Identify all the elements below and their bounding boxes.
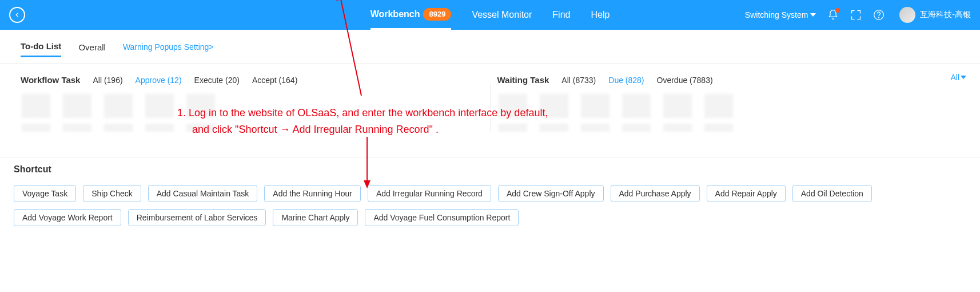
all-filter-label: All [950, 73, 959, 82]
fullscreen-button[interactable] [850, 9, 862, 21]
notification-dot-icon [835, 8, 840, 13]
shortcut-add-oil-detection[interactable]: Add Oil Detection [792, 185, 872, 202]
nav-workbench[interactable]: Workbench 8929 [371, 0, 452, 30]
all-filter-dropdown[interactable]: All [950, 73, 966, 82]
notification-button[interactable] [827, 9, 839, 21]
tab-warning-popups-setting[interactable]: Warning Popups Setting> [123, 42, 214, 56]
user-name-label: 互海科技-高银 [920, 10, 971, 20]
tab-overall[interactable]: Overall [78, 42, 106, 57]
task-area: All Workflow Task All (196) Approve (12)… [0, 75, 980, 151]
content-area: To-do List Overall Warning Popups Settin… [0, 30, 980, 240]
workflow-tiles [21, 94, 483, 140]
waiting-task-panel: Waiting Task All (8733) Due (828) Overdu… [491, 75, 967, 140]
nav-workbench-badge: 8929 [423, 8, 451, 21]
switching-system-dropdown[interactable]: Switching System [745, 10, 816, 19]
waiting-task-header: Waiting Task All (8733) Due (828) Overdu… [497, 75, 960, 85]
shortcut-add-repair-apply[interactable]: Add Repair Apply [707, 185, 786, 202]
shortcut-add-crew-sign-off-apply[interactable]: Add Crew Sign-Off Apply [498, 185, 604, 202]
tab-todo-list[interactable]: To-do List [21, 41, 61, 57]
nav-vessel-monitor[interactable]: Vessel Monitor [472, 0, 532, 30]
waiting-task-title: Waiting Task [497, 75, 549, 85]
question-circle-icon [873, 9, 885, 21]
shortcut-title: Shortcut [14, 164, 966, 175]
svg-point-2 [879, 17, 879, 18]
waiting-tile[interactable] [621, 94, 652, 140]
arrow-left-icon [13, 11, 21, 19]
shortcut-ship-check[interactable]: Ship Check [83, 185, 141, 202]
shortcut-reimbursement-labor-services[interactable]: Reimbursement of Labor Services [128, 209, 266, 226]
top-right: Switching System 互海科技-高银 [745, 7, 971, 23]
top-bar: Workbench 8929 Vessel Monitor Find Help … [0, 0, 980, 30]
shortcut-add-purchase-apply[interactable]: Add Purchase Apply [611, 185, 700, 202]
shortcut-add-voyage-fuel-consumption-report[interactable]: Add Voyage Fuel Consumption Report [365, 209, 519, 226]
shortcut-voyage-task[interactable]: Voyage Task [14, 185, 76, 202]
shortcut-add-irregular-running-record[interactable]: Add Irregular Running Record [368, 185, 491, 202]
workflow-task-title: Workflow Task [21, 75, 80, 85]
svg-marker-0 [810, 13, 816, 17]
workflow-tile[interactable] [62, 94, 93, 140]
workflow-task-header: Workflow Task All (196) Approve (12) Exe… [21, 75, 483, 85]
workflow-tile[interactable] [103, 94, 134, 140]
nav-workbench-label: Workbench [371, 9, 420, 19]
waiting-filter-all[interactable]: All (8733) [561, 76, 596, 85]
shortcut-panel: Shortcut Voyage Task Ship Check Add Casu… [0, 157, 980, 240]
shortcut-add-running-hour[interactable]: Add the Running Hour [264, 185, 361, 202]
waiting-tile[interactable] [497, 94, 528, 140]
caret-down-icon [961, 74, 966, 80]
caret-down-icon [810, 12, 816, 18]
nav-help[interactable]: Help [591, 0, 609, 30]
waiting-tile[interactable] [703, 94, 734, 140]
waiting-tile[interactable] [662, 94, 693, 140]
tabs-divider [0, 63, 980, 64]
shortcut-chips: Voyage Task Ship Check Add Casual Mainta… [14, 185, 966, 226]
expand-icon [850, 9, 862, 21]
nav-find[interactable]: Find [552, 0, 570, 30]
nav-help-label: Help [591, 10, 609, 20]
waiting-tile[interactable] [539, 94, 569, 140]
back-button[interactable] [9, 7, 25, 23]
workbench-tabs: To-do List Overall Warning Popups Settin… [0, 30, 980, 63]
workflow-tile[interactable] [21, 94, 51, 140]
help-button[interactable] [873, 9, 885, 21]
account-menu[interactable]: 互海科技-高银 [899, 7, 971, 23]
svg-marker-3 [961, 76, 966, 79]
shortcut-marine-chart-apply[interactable]: Marine Chart Apply [273, 209, 358, 226]
workflow-tile[interactable] [185, 94, 216, 140]
switching-system-label: Switching System [745, 10, 808, 19]
workflow-filter-approve[interactable]: Approve (12) [136, 76, 182, 85]
workflow-tile[interactable] [144, 94, 175, 140]
avatar [899, 7, 915, 23]
waiting-tiles [497, 94, 960, 140]
workflow-task-panel: Workflow Task All (196) Approve (12) Exe… [14, 75, 490, 140]
shortcut-add-voyage-work-report[interactable]: Add Voyage Work Report [14, 209, 121, 226]
workflow-filter-all[interactable]: All (196) [93, 76, 122, 85]
shortcut-add-casual-maintain-task[interactable]: Add Casual Maintain Task [148, 185, 258, 202]
svg-point-1 [874, 10, 884, 20]
waiting-filter-due[interactable]: Due (828) [608, 76, 644, 85]
nav-find-label: Find [552, 10, 570, 20]
workflow-filter-execute[interactable]: Execute (20) [194, 76, 240, 85]
waiting-tile[interactable] [580, 94, 611, 140]
workflow-filter-accept[interactable]: Accept (164) [252, 76, 297, 85]
nav-vessel-monitor-label: Vessel Monitor [472, 10, 532, 20]
waiting-filter-overdue[interactable]: Overdue (7883) [657, 76, 713, 85]
